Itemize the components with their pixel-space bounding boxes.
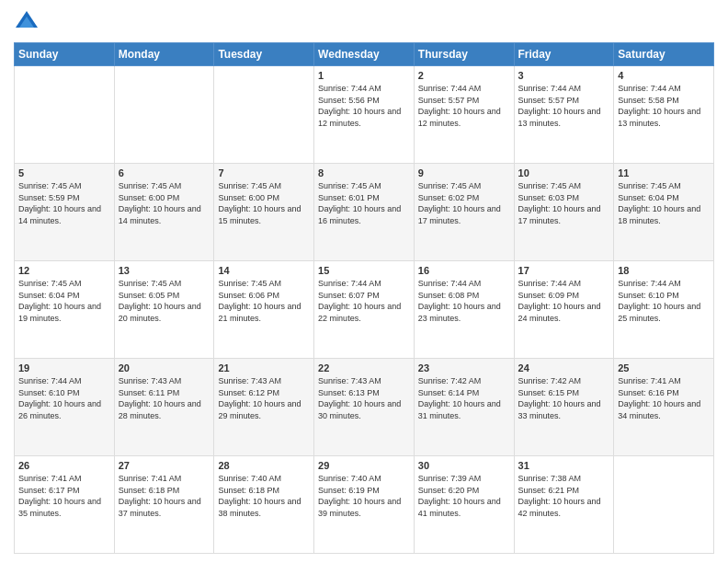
calendar-cell: 30Sunrise: 7:39 AM Sunset: 6:20 PM Dayli… (414, 456, 514, 554)
day-info: Sunrise: 7:45 AM Sunset: 6:03 PM Dayligh… (518, 180, 610, 226)
calendar-header-tuesday: Tuesday (214, 43, 314, 66)
day-number: 16 (418, 265, 510, 276)
calendar-cell: 14Sunrise: 7:45 AM Sunset: 6:06 PM Dayli… (214, 261, 314, 359)
day-info: Sunrise: 7:44 AM Sunset: 5:57 PM Dayligh… (518, 83, 610, 129)
calendar-header-saturday: Saturday (614, 43, 714, 66)
calendar-cell: 3Sunrise: 7:44 AM Sunset: 5:57 PM Daylig… (514, 66, 614, 164)
page: SundayMondayTuesdayWednesdayThursdayFrid… (0, 0, 728, 563)
day-info: Sunrise: 7:40 AM Sunset: 6:19 PM Dayligh… (318, 473, 410, 519)
calendar-cell: 21Sunrise: 7:43 AM Sunset: 6:12 PM Dayli… (214, 359, 314, 456)
day-number: 9 (418, 167, 510, 178)
calendar-header-monday: Monday (114, 43, 214, 66)
calendar-header-friday: Friday (514, 43, 614, 66)
day-info: Sunrise: 7:45 AM Sunset: 6:01 PM Dayligh… (318, 180, 410, 226)
calendar-cell: 25Sunrise: 7:41 AM Sunset: 6:16 PM Dayli… (614, 359, 714, 456)
calendar-cell: 24Sunrise: 7:42 AM Sunset: 6:15 PM Dayli… (514, 359, 614, 456)
calendar-week-row: 19Sunrise: 7:44 AM Sunset: 6:10 PM Dayli… (15, 359, 714, 456)
calendar-week-row: 12Sunrise: 7:45 AM Sunset: 6:04 PM Dayli… (15, 261, 714, 359)
calendar-cell: 4Sunrise: 7:44 AM Sunset: 5:58 PM Daylig… (614, 66, 714, 164)
day-number: 30 (418, 460, 510, 471)
header (14, 9, 714, 35)
calendar-cell: 1Sunrise: 7:44 AM Sunset: 5:56 PM Daylig… (314, 66, 415, 164)
day-number: 11 (618, 167, 710, 178)
day-info: Sunrise: 7:42 AM Sunset: 6:15 PM Dayligh… (518, 375, 610, 421)
calendar-header-row: SundayMondayTuesdayWednesdayThursdayFrid… (15, 43, 714, 66)
calendar-week-row: 26Sunrise: 7:41 AM Sunset: 6:17 PM Dayli… (15, 456, 714, 554)
day-info: Sunrise: 7:44 AM Sunset: 5:56 PM Dayligh… (318, 83, 410, 129)
calendar-cell: 31Sunrise: 7:38 AM Sunset: 6:21 PM Dayli… (514, 456, 614, 554)
day-info: Sunrise: 7:44 AM Sunset: 6:08 PM Dayligh… (418, 278, 510, 324)
calendar-cell (214, 66, 314, 164)
calendar-cell: 23Sunrise: 7:42 AM Sunset: 6:14 PM Dayli… (414, 359, 514, 456)
day-number: 21 (218, 362, 310, 373)
day-number: 23 (418, 362, 510, 373)
calendar-header-wednesday: Wednesday (314, 43, 415, 66)
day-number: 7 (218, 167, 310, 178)
day-number: 8 (318, 167, 410, 178)
day-number: 5 (18, 167, 110, 178)
calendar-cell: 6Sunrise: 7:45 AM Sunset: 6:00 PM Daylig… (114, 164, 214, 261)
day-number: 13 (119, 265, 210, 276)
calendar-cell: 11Sunrise: 7:45 AM Sunset: 6:04 PM Dayli… (614, 164, 714, 261)
calendar-cell: 16Sunrise: 7:44 AM Sunset: 6:08 PM Dayli… (414, 261, 514, 359)
calendar-cell: 12Sunrise: 7:45 AM Sunset: 6:04 PM Dayli… (15, 261, 115, 359)
calendar-cell: 20Sunrise: 7:43 AM Sunset: 6:11 PM Dayli… (114, 359, 214, 456)
day-number: 1 (318, 70, 410, 81)
day-number: 26 (18, 460, 110, 471)
day-info: Sunrise: 7:40 AM Sunset: 6:18 PM Dayligh… (218, 473, 310, 519)
day-number: 17 (518, 265, 610, 276)
day-number: 2 (418, 70, 510, 81)
calendar-cell: 17Sunrise: 7:44 AM Sunset: 6:09 PM Dayli… (514, 261, 614, 359)
calendar-cell: 8Sunrise: 7:45 AM Sunset: 6:01 PM Daylig… (314, 164, 415, 261)
calendar-table: SundayMondayTuesdayWednesdayThursdayFrid… (14, 42, 714, 554)
day-number: 3 (518, 70, 610, 81)
calendar-cell: 15Sunrise: 7:44 AM Sunset: 6:07 PM Dayli… (314, 261, 415, 359)
day-info: Sunrise: 7:43 AM Sunset: 6:13 PM Dayligh… (318, 375, 410, 421)
day-number: 10 (518, 167, 610, 178)
day-info: Sunrise: 7:45 AM Sunset: 6:04 PM Dayligh… (618, 180, 710, 226)
day-info: Sunrise: 7:44 AM Sunset: 6:10 PM Dayligh… (18, 375, 110, 421)
calendar-cell: 10Sunrise: 7:45 AM Sunset: 6:03 PM Dayli… (514, 164, 614, 261)
day-info: Sunrise: 7:43 AM Sunset: 6:11 PM Dayligh… (119, 375, 210, 421)
calendar-cell: 2Sunrise: 7:44 AM Sunset: 5:57 PM Daylig… (414, 66, 514, 164)
day-info: Sunrise: 7:44 AM Sunset: 6:09 PM Dayligh… (518, 278, 610, 324)
day-number: 6 (119, 167, 210, 178)
day-info: Sunrise: 7:44 AM Sunset: 6:10 PM Dayligh… (618, 278, 710, 324)
day-number: 25 (618, 362, 710, 373)
day-number: 15 (318, 265, 410, 276)
day-info: Sunrise: 7:45 AM Sunset: 6:00 PM Dayligh… (119, 180, 210, 226)
day-number: 12 (18, 265, 110, 276)
day-info: Sunrise: 7:43 AM Sunset: 6:12 PM Dayligh… (218, 375, 310, 421)
calendar-cell: 26Sunrise: 7:41 AM Sunset: 6:17 PM Dayli… (15, 456, 115, 554)
day-info: Sunrise: 7:45 AM Sunset: 6:04 PM Dayligh… (18, 278, 110, 324)
day-info: Sunrise: 7:39 AM Sunset: 6:20 PM Dayligh… (418, 473, 510, 519)
logo (14, 9, 43, 35)
calendar-cell: 18Sunrise: 7:44 AM Sunset: 6:10 PM Dayli… (614, 261, 714, 359)
day-info: Sunrise: 7:41 AM Sunset: 6:18 PM Dayligh… (119, 473, 210, 519)
logo-icon (14, 9, 40, 35)
day-number: 4 (618, 70, 710, 81)
calendar-week-row: 5Sunrise: 7:45 AM Sunset: 5:59 PM Daylig… (15, 164, 714, 261)
day-number: 18 (618, 265, 710, 276)
day-info: Sunrise: 7:38 AM Sunset: 6:21 PM Dayligh… (518, 473, 610, 519)
day-number: 19 (18, 362, 110, 373)
calendar-cell: 13Sunrise: 7:45 AM Sunset: 6:05 PM Dayli… (114, 261, 214, 359)
calendar-week-row: 1Sunrise: 7:44 AM Sunset: 5:56 PM Daylig… (15, 66, 714, 164)
day-number: 22 (318, 362, 410, 373)
calendar-header-sunday: Sunday (15, 43, 115, 66)
day-number: 28 (218, 460, 310, 471)
calendar-header-thursday: Thursday (414, 43, 514, 66)
day-info: Sunrise: 7:41 AM Sunset: 6:17 PM Dayligh… (18, 473, 110, 519)
calendar-cell: 7Sunrise: 7:45 AM Sunset: 6:00 PM Daylig… (214, 164, 314, 261)
day-info: Sunrise: 7:42 AM Sunset: 6:14 PM Dayligh… (418, 375, 510, 421)
calendar-cell (614, 456, 714, 554)
calendar-cell: 9Sunrise: 7:45 AM Sunset: 6:02 PM Daylig… (414, 164, 514, 261)
calendar-cell: 19Sunrise: 7:44 AM Sunset: 6:10 PM Dayli… (15, 359, 115, 456)
day-info: Sunrise: 7:44 AM Sunset: 5:57 PM Dayligh… (418, 83, 510, 129)
calendar-cell: 29Sunrise: 7:40 AM Sunset: 6:19 PM Dayli… (314, 456, 415, 554)
day-info: Sunrise: 7:41 AM Sunset: 6:16 PM Dayligh… (618, 375, 710, 421)
calendar-cell: 5Sunrise: 7:45 AM Sunset: 5:59 PM Daylig… (15, 164, 115, 261)
day-number: 31 (518, 460, 610, 471)
day-info: Sunrise: 7:45 AM Sunset: 6:05 PM Dayligh… (119, 278, 210, 324)
calendar-cell (114, 66, 214, 164)
